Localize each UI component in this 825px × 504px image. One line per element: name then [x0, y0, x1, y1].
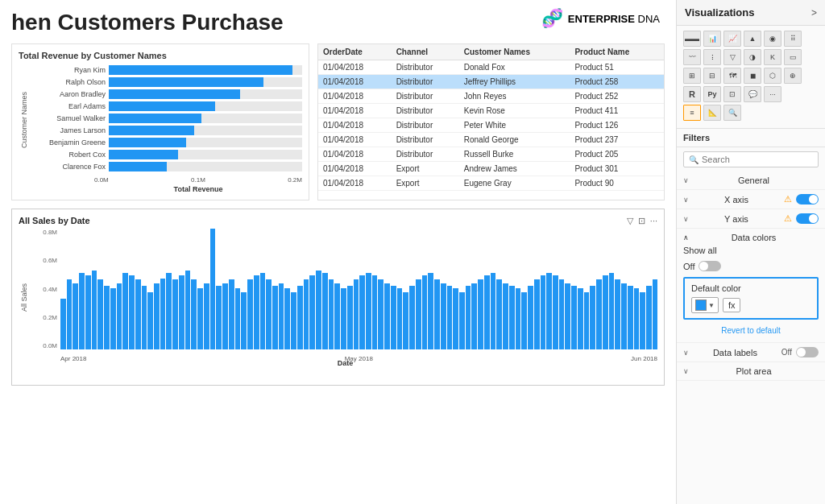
viz-icon-matrix[interactable]: ⊟	[703, 68, 721, 84]
viz-icon-kpi[interactable]: K	[764, 49, 781, 65]
data-labels-toggle[interactable]	[796, 347, 819, 357]
filter-icon[interactable]: ▽	[627, 216, 633, 226]
cell-product: Product 258	[570, 75, 664, 89]
bottom-bar	[609, 273, 615, 349]
x-axis-toggle[interactable]	[796, 194, 819, 204]
bar-fill	[109, 150, 178, 159]
data-colors-chevron[interactable]: ∧	[683, 233, 689, 242]
viz-icon-search-panel[interactable]: 🔍	[723, 105, 741, 121]
bar-track	[109, 65, 302, 75]
expand-icon[interactable]: ⊡	[638, 216, 645, 226]
bottom-bar	[85, 275, 91, 349]
bottom-bar	[628, 286, 633, 349]
more-icon[interactable]: ···	[650, 216, 657, 226]
bottom-bar	[210, 229, 216, 349]
bottom-bar	[260, 273, 266, 349]
viz-icon-line[interactable]: 📈	[723, 31, 741, 47]
viz-icon-more1[interactable]: ···	[764, 86, 781, 102]
data-labels-toggle-thumb	[797, 348, 806, 357]
search-input[interactable]	[702, 155, 813, 164]
panel-header: Visualizations >	[677, 0, 825, 26]
bottom-bar	[434, 279, 440, 349]
bar-label: Aaron Bradley	[33, 90, 106, 98]
bottom-bar	[329, 279, 334, 349]
section-x-axis[interactable]: ∨ X axis ⚠	[677, 190, 825, 209]
fx-button[interactable]: fx	[723, 298, 741, 312]
panel-expand-button[interactable]: >	[811, 7, 817, 19]
viz-icon-bar2[interactable]: 📊	[703, 31, 721, 47]
viz-icons-row-5: ≡ 📐 🔍	[683, 105, 819, 121]
bottom-bar	[640, 292, 645, 349]
bottom-bar	[603, 275, 608, 349]
bottom-bar	[471, 283, 477, 349]
top-section: Total Revenue by Customer Names Customer…	[11, 43, 665, 200]
revert-default-link[interactable]: Revert to default	[683, 323, 819, 338]
color-swatch-button[interactable]: ▼	[691, 297, 719, 313]
bar-chart-inner: Ryan Kim Ralph Olson Aaron Bradley Earl …	[33, 65, 302, 174]
bottom-bar	[441, 283, 446, 349]
logo-brand: ENTERPRISE	[568, 13, 635, 25]
bottom-bar	[135, 279, 141, 349]
viz-icon-funnel[interactable]: ▽	[723, 49, 741, 65]
bottom-bar	[60, 299, 66, 349]
viz-icon-format[interactable]: ≡	[683, 105, 701, 121]
x-axis-controls: ⚠	[784, 194, 819, 204]
viz-icon-chat[interactable]: 💬	[744, 86, 761, 102]
viz-icon-area[interactable]: ▲	[744, 31, 761, 47]
bar-chart-title: Total Revenue by Customer Names	[19, 51, 302, 60]
search-box[interactable]: 🔍	[683, 151, 819, 167]
section-plot-area[interactable]: ∨ Plot area	[677, 362, 825, 381]
bar-track	[109, 89, 302, 99]
viz-icon-filled-map[interactable]: ◼	[744, 68, 761, 84]
bottom-bar	[528, 286, 533, 349]
y-axis-toggle[interactable]	[796, 213, 819, 224]
viz-icon-analytics[interactable]: 📐	[703, 105, 721, 121]
viz-icons-row-2: 〰 ⫶ ▽ ◑ K ▭	[683, 49, 819, 65]
bar-track	[109, 162, 302, 171]
show-all-toggle[interactable]	[699, 261, 721, 271]
viz-icon-table[interactable]: ⊞	[683, 68, 701, 84]
viz-icon-bar[interactable]: ▬▬	[683, 31, 701, 47]
show-all-label: Show all	[683, 246, 717, 255]
viz-icon-waterfall[interactable]: ⫶	[703, 49, 721, 65]
viz-icon-card[interactable]: ▭	[784, 49, 802, 65]
bar-chart: Customer Names Ryan Kim Ralph Olson Aaro…	[19, 65, 302, 174]
cell-product: Product 90	[570, 176, 664, 191]
section-general[interactable]: ∨ General	[677, 171, 825, 190]
viz-icon-tree[interactable]: ⬡	[764, 68, 781, 84]
viz-icon-gauge[interactable]: ◑	[744, 49, 761, 65]
viz-icon-scatter[interactable]: ⠿	[784, 31, 802, 47]
bottom-bar	[646, 286, 652, 349]
section-data-labels[interactable]: ∨ Data labels Off	[677, 343, 825, 362]
cell-product: Product 51	[570, 60, 664, 75]
bar-fill	[109, 89, 240, 99]
bar-row: Ralph Olson	[33, 77, 302, 87]
filters-section: Filters	[677, 129, 825, 147]
col-orderdate: OrderDate	[318, 44, 392, 60]
x-axis-warn-icon: ⚠	[784, 194, 792, 204]
data-labels-label: Data labels	[713, 348, 757, 357]
off-toggle-row: Off	[683, 258, 819, 274]
cell-date: 01/04/2018	[318, 118, 392, 133]
viz-icon-pie[interactable]: ◉	[764, 31, 781, 47]
bottom-bar	[634, 288, 640, 349]
viz-icon-r[interactable]: R	[683, 86, 701, 102]
viz-icon-decomp[interactable]: ⊕	[784, 68, 802, 84]
cell-date: 01/04/2018	[318, 60, 392, 75]
cell-channel: Distributor	[392, 118, 459, 133]
cell-product: Product 301	[570, 162, 664, 176]
viz-icon-ribbon[interactable]: 〰	[683, 49, 701, 65]
bar-fill	[109, 162, 167, 171]
viz-icon-map[interactable]: 🗺	[723, 68, 741, 84]
data-table-container: OrderDate Channel Customer Names Product…	[317, 43, 665, 200]
viz-icon-py[interactable]: Py	[703, 86, 721, 102]
viz-icon-qr[interactable]: ⊡	[723, 86, 741, 102]
data-table: OrderDate Channel Customer Names Product…	[318, 44, 664, 191]
section-y-axis[interactable]: ∨ Y axis ⚠	[677, 209, 825, 229]
bottom-chart-area: 0.8M 0.6M 0.4M 0.2M 0.0M Apr 2018 May 20…	[33, 229, 657, 366]
bottom-bar	[304, 279, 309, 349]
y-tick-labels: 0.8M 0.6M 0.4M 0.2M 0.0M	[33, 229, 59, 349]
bottom-bar	[565, 283, 570, 349]
bottom-bar	[142, 286, 147, 349]
bottom-bar	[653, 279, 657, 349]
